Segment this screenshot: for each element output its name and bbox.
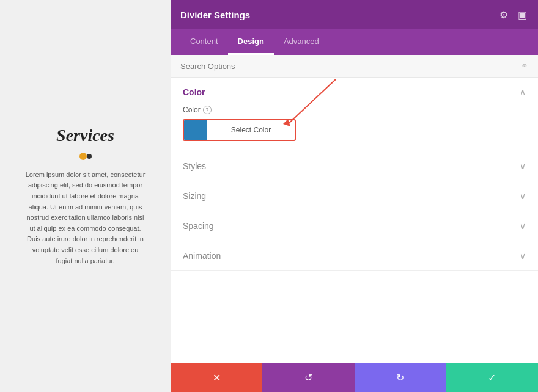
redo-icon: ↻ bbox=[396, 372, 404, 383]
search-bar: ⚭ bbox=[171, 55, 538, 78]
services-title: Services bbox=[56, 126, 114, 145]
panel-footer: ✕ ↺ ↻ ✓ bbox=[171, 363, 538, 392]
panel-body: Color ∧ Color ? Select Color bbox=[171, 78, 538, 363]
color-field-label: Color ? bbox=[183, 106, 212, 114]
dot-orange bbox=[79, 153, 87, 160]
tab-advanced[interactable]: Advanced bbox=[274, 29, 329, 55]
animation-chevron-down-icon: ∨ bbox=[520, 251, 526, 261]
gear-icon[interactable]: ⚙ bbox=[498, 9, 510, 21]
search-input[interactable] bbox=[180, 62, 521, 71]
color-section: Color ∧ Color ? Select Color bbox=[171, 78, 538, 151]
spacing-section[interactable]: Spacing ∨ bbox=[171, 211, 538, 241]
select-color-label: Select Color bbox=[207, 122, 295, 138]
cancel-button[interactable]: ✕ bbox=[171, 363, 262, 392]
color-picker-button[interactable]: Select Color bbox=[183, 119, 296, 141]
sizing-chevron-down-icon: ∨ bbox=[520, 191, 526, 201]
redo-button[interactable]: ↻ bbox=[355, 363, 446, 392]
save-icon: ✓ bbox=[488, 372, 496, 383]
styles-section[interactable]: Styles ∨ bbox=[171, 151, 538, 181]
sizing-section-title: Sizing bbox=[183, 191, 206, 201]
styles-chevron-down-icon: ∨ bbox=[520, 161, 526, 171]
settings-panel: Divider Settings ⚙ ▣ Content Design Adva… bbox=[171, 0, 538, 392]
spacing-section-title: Spacing bbox=[183, 221, 214, 231]
animation-section[interactable]: Animation ∨ bbox=[171, 241, 538, 271]
color-swatch bbox=[184, 120, 207, 140]
decorative-dots bbox=[79, 153, 92, 160]
save-button[interactable]: ✓ bbox=[446, 363, 538, 392]
tabs-bar: Content Design Advanced bbox=[171, 29, 538, 55]
animation-section-title: Animation bbox=[183, 251, 221, 261]
undo-button[interactable]: ↺ bbox=[262, 363, 354, 392]
styles-section-title: Styles bbox=[183, 161, 206, 171]
spacing-chevron-down-icon: ∨ bbox=[520, 221, 526, 231]
sizing-section[interactable]: Sizing ∨ bbox=[171, 181, 538, 211]
color-section-header: Color ∧ bbox=[183, 87, 526, 97]
color-help-icon[interactable]: ? bbox=[203, 106, 212, 114]
color-chevron-up-icon[interactable]: ∧ bbox=[520, 87, 526, 97]
layout-icon[interactable]: ▣ bbox=[516, 9, 528, 21]
dot-dark bbox=[87, 154, 92, 159]
color-section-title: Color bbox=[183, 87, 205, 97]
preview-body-text: Lorem ipsum dolor sit amet, consectetur … bbox=[24, 170, 147, 266]
search-icon: ⚭ bbox=[521, 61, 528, 71]
undo-icon: ↺ bbox=[304, 372, 312, 383]
panel-title: Divider Settings bbox=[180, 10, 250, 20]
arrow-annotation-container: Select Color bbox=[183, 119, 526, 141]
tab-content[interactable]: Content bbox=[180, 29, 228, 55]
color-field-row: Color ? bbox=[183, 106, 526, 114]
panel-header: Divider Settings ⚙ ▣ bbox=[171, 0, 538, 29]
page-preview: Services Lorem ipsum dolor sit amet, con… bbox=[0, 0, 171, 392]
svg-line-0 bbox=[287, 79, 336, 125]
cancel-icon: ✕ bbox=[213, 372, 221, 383]
header-icons: ⚙ ▣ bbox=[498, 9, 528, 21]
tab-design[interactable]: Design bbox=[228, 29, 274, 55]
